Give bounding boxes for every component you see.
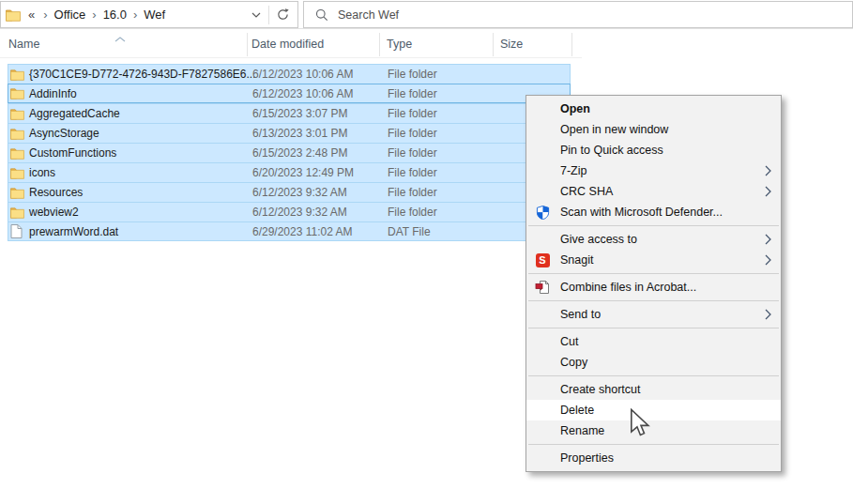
menu-item-pin-to-quick-access[interactable]: Pin to Quick access bbox=[526, 140, 781, 160]
column-resize-handle[interactable] bbox=[247, 33, 248, 56]
menu-item-cut[interactable]: Cut bbox=[526, 331, 781, 352]
folder-icon bbox=[10, 108, 25, 120]
address-dropdown-chevron-icon[interactable] bbox=[243, 2, 268, 27]
folder-icon bbox=[10, 187, 25, 199]
menu-item-7zip[interactable]: 7-Zip bbox=[526, 160, 781, 181]
menu-separator bbox=[526, 222, 781, 229]
file-name: CustomFunctions bbox=[29, 146, 116, 160]
breadcrumb-separator-icon: › bbox=[85, 8, 102, 22]
file-date-modified: 6/12/2023 10:06 AM bbox=[252, 68, 353, 81]
menu-separator bbox=[526, 298, 781, 304]
breadcrumb-item-wef[interactable]: Wef bbox=[144, 8, 165, 22]
defender-shield-icon bbox=[535, 205, 550, 220]
menu-item-give-access-to[interactable]: Give access to bbox=[526, 229, 781, 250]
menu-item-create-shortcut[interactable]: Create shortcut bbox=[526, 379, 781, 400]
file-row[interactable]: prewarmWord.dat 6/29/2023 11:02 AM DAT F… bbox=[8, 221, 571, 241]
column-headers: Name Date modified Type Size bbox=[0, 30, 582, 58]
column-header-name[interactable]: Name bbox=[8, 38, 39, 51]
file-name: icons bbox=[29, 166, 55, 179]
file-explorer-window: « › Office › 16.0 › Wef bbox=[0, 0, 853, 504]
file-row[interactable]: AggregatedCache 6/15/2023 3:07 PM File f… bbox=[8, 103, 571, 123]
submenu-arrow-icon bbox=[765, 254, 771, 268]
file-name: {370C1CE9-D772-4726-943D-F7827586E6... bbox=[29, 68, 256, 81]
address-bar[interactable]: « › Office › 16.0 › Wef bbox=[0, 1, 298, 28]
sort-ascending-icon bbox=[114, 32, 126, 45]
file-row[interactable]: icons 6/20/2023 12:49 PM File folder bbox=[8, 162, 571, 182]
menu-item-crc-sha[interactable]: CRC SHA bbox=[526, 181, 781, 202]
search-icon bbox=[315, 8, 328, 22]
breadcrumb-separator-icon: › bbox=[37, 8, 53, 22]
file-row[interactable]: AsyncStorage 6/13/2023 3:01 PM File fold… bbox=[8, 123, 571, 143]
file-type: File folder bbox=[388, 68, 437, 81]
file-date-modified: 6/15/2023 2:48 PM bbox=[252, 146, 347, 160]
submenu-arrow-icon bbox=[765, 309, 771, 323]
menu-item-open[interactable]: Open bbox=[526, 99, 781, 119]
file-date-modified: 6/15/2023 3:07 PM bbox=[252, 107, 347, 120]
file-list: {370C1CE9-D772-4726-943D-F7827586E6... 6… bbox=[8, 64, 571, 241]
search-input[interactable] bbox=[338, 8, 788, 22]
search-box[interactable] bbox=[303, 1, 853, 28]
breadcrumb-separator-icon: › bbox=[127, 8, 144, 22]
menu-separator bbox=[526, 270, 781, 277]
file-type: File folder bbox=[388, 186, 437, 199]
refresh-icon[interactable] bbox=[270, 2, 296, 27]
file-date-modified: 6/13/2023 3:01 PM bbox=[252, 127, 347, 140]
column-header-type[interactable]: Type bbox=[387, 38, 412, 51]
menu-item-send-to[interactable]: Send to bbox=[526, 304, 781, 325]
menu-item-properties[interactable]: Properties bbox=[526, 448, 781, 468]
folder-icon bbox=[10, 206, 25, 219]
file-row[interactable]: Resources 6/12/2023 9:32 AM File folder bbox=[8, 182, 571, 202]
menu-item-rename[interactable]: Rename bbox=[526, 420, 781, 441]
submenu-arrow-icon bbox=[765, 186, 771, 200]
folder-icon bbox=[10, 69, 25, 81]
address-bar-divider bbox=[268, 6, 269, 24]
file-date-modified: 6/12/2023 10:06 AM bbox=[252, 87, 353, 100]
menu-item-snagit[interactable]: S Snagit bbox=[526, 250, 781, 270]
column-resize-handle[interactable] bbox=[571, 33, 572, 56]
file-name: AddinInfo bbox=[29, 87, 77, 100]
file-date-modified: 6/12/2023 9:32 AM bbox=[252, 186, 347, 199]
file-row[interactable]: AddinInfo 6/12/2023 10:06 AM File folder bbox=[8, 84, 571, 103]
file-row[interactable]: {370C1CE9-D772-4726-943D-F7827586E6... 6… bbox=[8, 64, 571, 84]
breadcrumb: « › Office › 16.0 › Wef bbox=[26, 8, 165, 22]
file-type: File folder bbox=[388, 206, 437, 219]
file-type: File folder bbox=[388, 107, 437, 120]
menu-separator bbox=[526, 373, 781, 379]
file-name: prewarmWord.dat bbox=[29, 225, 118, 238]
folder-icon bbox=[10, 128, 25, 140]
folder-icon bbox=[10, 87, 25, 99]
file-type: DAT File bbox=[388, 225, 431, 238]
snagit-icon: S bbox=[535, 252, 550, 267]
column-resize-handle[interactable] bbox=[379, 33, 380, 56]
file-row[interactable]: CustomFunctions 6/15/2023 2:48 PM File f… bbox=[8, 143, 571, 162]
menu-item-open-in-new-window[interactable]: Open in new window bbox=[526, 119, 781, 140]
context-menu: Open Open in new window Pin to Quick acc… bbox=[526, 95, 782, 472]
menu-item-copy[interactable]: Copy bbox=[526, 352, 781, 373]
menu-item-combine-files-in-acrobat[interactable]: Combine files in Acrobat... bbox=[526, 277, 781, 298]
submenu-arrow-icon bbox=[765, 234, 771, 248]
menu-separator bbox=[526, 441, 781, 448]
file-name: Resources bbox=[29, 186, 83, 199]
column-header-date-modified[interactable]: Date modified bbox=[251, 38, 324, 51]
file-name: AsyncStorage bbox=[29, 127, 99, 140]
file-row[interactable]: webview2 6/12/2023 9:32 AM File folder bbox=[8, 202, 571, 221]
file-type: File folder bbox=[388, 146, 437, 160]
file-name: webview2 bbox=[29, 206, 79, 219]
file-date-modified: 6/29/2023 11:02 AM bbox=[252, 225, 353, 238]
menu-item-delete[interactable]: Delete bbox=[526, 400, 781, 420]
column-header-size[interactable]: Size bbox=[500, 38, 523, 51]
submenu-arrow-icon bbox=[765, 165, 771, 179]
acrobat-combine-icon bbox=[535, 280, 550, 295]
file-date-modified: 6/20/2023 12:49 PM bbox=[252, 166, 354, 179]
menu-separator bbox=[526, 325, 781, 331]
column-resize-handle[interactable] bbox=[493, 33, 494, 56]
file-type: File folder bbox=[388, 87, 437, 100]
folder-icon bbox=[10, 147, 25, 160]
file-icon bbox=[10, 224, 25, 238]
menu-item-scan-with-defender[interactable]: Scan with Microsoft Defender... bbox=[526, 202, 781, 222]
file-type: File folder bbox=[388, 166, 437, 179]
breadcrumb-overflow-chevron[interactable]: « bbox=[26, 8, 37, 22]
breadcrumb-item-office[interactable]: Office bbox=[54, 8, 86, 22]
breadcrumb-item-16-0[interactable]: 16.0 bbox=[103, 8, 127, 22]
header-divider bbox=[0, 57, 582, 58]
